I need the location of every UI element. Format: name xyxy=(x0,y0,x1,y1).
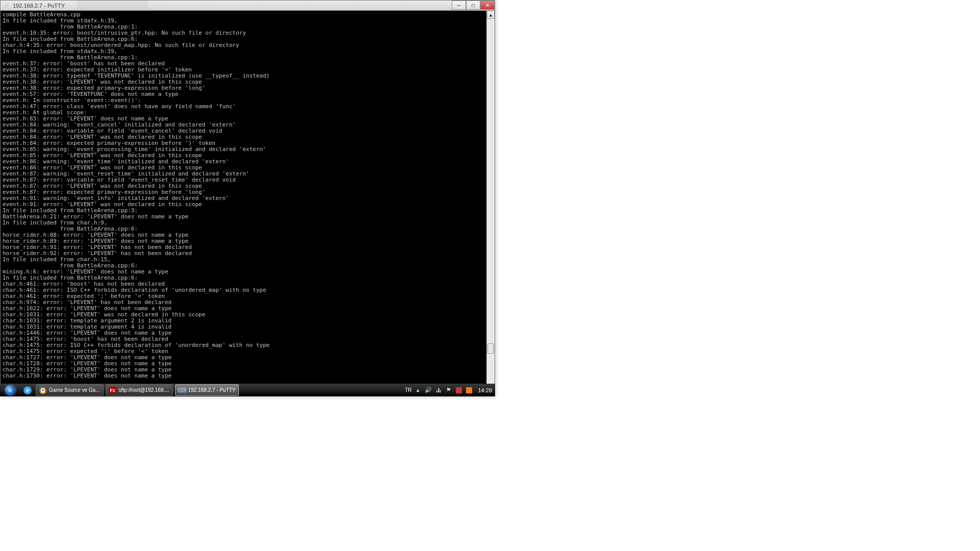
putty-window: ⌨ 192.168.2.7 - PuTTY ─ □ ✕ compile Batt… xyxy=(0,0,495,396)
volume-icon[interactable]: 🔊 xyxy=(425,387,432,394)
taskbar-item-label: 192.168.2.7 - PuTTY xyxy=(188,387,236,393)
taskbar-item-putty[interactable]: ⌨ 192.168.2.7 - PuTTY xyxy=(175,384,239,396)
minimize-button[interactable]: ─ xyxy=(452,1,466,10)
network-icon[interactable]: 🖧 xyxy=(435,387,442,394)
taskbar-item-label: sftp://root@192.168.... xyxy=(119,387,169,393)
scroll-thumb[interactable] xyxy=(487,343,494,354)
close-button[interactable]: ✕ xyxy=(480,1,495,10)
chrome-icon xyxy=(39,387,46,394)
scroll-up-button[interactable]: ▲ xyxy=(487,11,495,19)
putty-icon: ⌨ xyxy=(3,2,11,10)
taskbar: ⊞ e Game Source ve Ga... Fz sftp://root@… xyxy=(0,384,495,396)
background-window-tab[interactable] xyxy=(77,1,148,10)
window-controls: ─ □ ✕ xyxy=(452,1,495,10)
tray-app-icon[interactable] xyxy=(455,387,462,394)
putty-icon: ⌨ xyxy=(179,387,186,394)
taskbar-item-filezilla[interactable]: Fz sftp://root@192.168.... xyxy=(106,384,173,396)
ie-icon: e xyxy=(23,386,32,394)
terminal-line: char.h:1730: error: 'LPEVENT' does not n… xyxy=(3,373,493,379)
clock[interactable]: 14:28 xyxy=(478,387,492,393)
vertical-scrollbar[interactable]: ▲ ▼ xyxy=(486,11,495,396)
scroll-track[interactable] xyxy=(487,19,495,388)
action-center-icon[interactable]: ⚑ xyxy=(445,387,452,394)
window-title: 192.168.2.7 - PuTTY xyxy=(13,3,65,9)
maximize-button[interactable]: □ xyxy=(466,1,480,10)
filezilla-icon: Fz xyxy=(109,387,116,394)
system-tray: TR ▴ 🔊 🖧 ⚑ 14:28 xyxy=(402,384,495,396)
windows-logo-icon: ⊞ xyxy=(5,385,15,395)
taskbar-item-label: Game Source ve Ga... xyxy=(49,387,100,393)
taskbar-item-chrome[interactable]: Game Source ve Ga... xyxy=(36,384,104,396)
internet-explorer-pinned[interactable]: e xyxy=(20,384,35,396)
start-button[interactable]: ⊞ xyxy=(0,384,20,396)
terminal-output[interactable]: compile BattleArena.cppIn file included … xyxy=(1,11,495,396)
language-indicator[interactable]: TR xyxy=(405,387,411,393)
show-hidden-icons-icon[interactable]: ▴ xyxy=(414,387,422,394)
tray-app-icon[interactable] xyxy=(465,387,473,394)
titlebar[interactable]: ⌨ 192.168.2.7 - PuTTY ─ □ ✕ xyxy=(1,1,495,11)
